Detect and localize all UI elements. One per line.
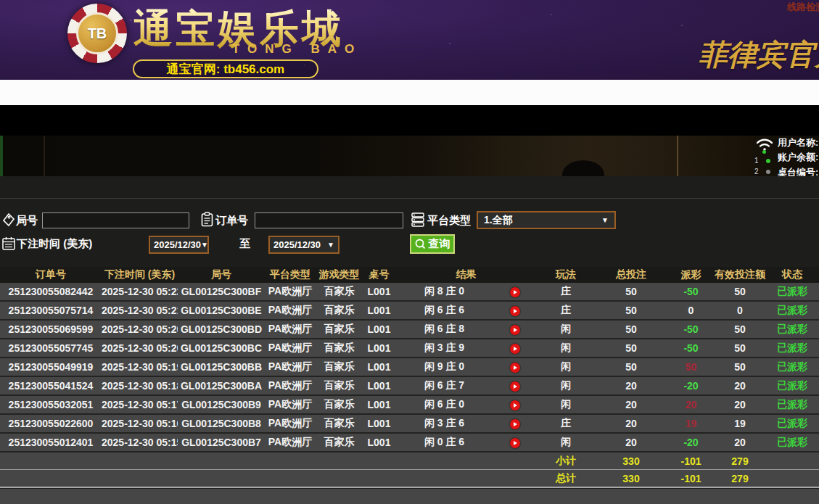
- col-result: 结果: [395, 267, 537, 283]
- cell-bet-time: 2025-12-30 05:16:51: [102, 414, 178, 433]
- cell-bet-time: 2025-12-30 05:22:06: [102, 283, 178, 301]
- cell-game-type: 百家乐: [316, 395, 363, 414]
- play-video-icon[interactable]: [510, 325, 520, 335]
- video-door-edge: [677, 136, 678, 176]
- cell-bet-time: 2025-12-30 05:19:19: [102, 358, 178, 376]
- cell-bet-time: 2025-12-30 05:21:31: [102, 301, 178, 320]
- cell-payout: 19: [667, 414, 715, 433]
- cell-result: 闲 3 庄 6: [395, 414, 493, 433]
- cell-table-no: L001: [363, 320, 395, 339]
- platform-type-select[interactable]: 1.全部 ▼: [477, 211, 616, 229]
- signal-status-dot: [762, 150, 766, 154]
- table-row: 251230055041524 2025-12-30 05:18:33 GL00…: [0, 376, 819, 395]
- cell-valid-bet: 20: [715, 433, 765, 452]
- cell-platform: PA欧洲厅: [265, 320, 316, 339]
- search-button[interactable]: 查询: [410, 234, 455, 254]
- wifi-signal-icon: [756, 138, 773, 151]
- cell-round-no: GL00125C300B9: [178, 395, 265, 414]
- date-from-select[interactable]: 2025/12/30 ▼: [149, 236, 209, 254]
- cell-round-no: GL00125C300BF: [178, 283, 265, 301]
- cell-total-bet: 20: [595, 414, 667, 433]
- cell-total-bet: 50: [595, 358, 667, 376]
- cell-bet-time: 2025-12-30 05:17:40: [102, 395, 178, 414]
- bet-table-body: 251230055082442 2025-12-30 05:22:06 GL00…: [0, 283, 819, 452]
- bet-history-table: 订单号 下注时间 (美东) 局号 平台类型 游戏类型 桌号 结果 玩法 总投注 …: [0, 267, 819, 488]
- round-number-input[interactable]: [42, 212, 189, 228]
- cell-result: 闲 9 庄 0: [395, 358, 493, 376]
- cell-payout: -20: [667, 376, 715, 395]
- cell-table-no: L001: [363, 283, 395, 301]
- cell-payout: 0: [667, 301, 715, 320]
- dealer-silhouette: [562, 160, 604, 176]
- cell-order-no: 251230055032051: [0, 395, 102, 414]
- cell-table-no: L001: [363, 358, 395, 376]
- cell-valid-bet: 0: [715, 301, 765, 320]
- table-row: 251230055049919 2025-12-30 05:19:19 GL00…: [0, 358, 819, 376]
- play-video-icon[interactable]: [510, 419, 520, 429]
- cell-video-replay: [493, 395, 537, 414]
- line-check-link[interactable]: 线路检测: [787, 1, 819, 14]
- date-to-select[interactable]: 2025/12/30 ▼: [268, 236, 339, 254]
- cell-game-type: 百家乐: [316, 414, 363, 433]
- play-video-icon[interactable]: [510, 363, 520, 373]
- cell-video-replay: [493, 376, 537, 395]
- cell-total-bet: 20: [595, 433, 667, 452]
- date-to-value: 2025/12/30: [273, 239, 321, 250]
- col-total-bet: 总投注: [595, 267, 667, 283]
- cell-table-no: L001: [363, 414, 395, 433]
- play-video-icon[interactable]: [510, 344, 520, 354]
- col-valid-bet: 有效投注额: [715, 267, 765, 283]
- cell-order-no: 251230055082442: [0, 283, 102, 301]
- cell-table-no: L001: [363, 376, 395, 395]
- cell-video-replay: [493, 358, 537, 376]
- date-to-label: 至: [239, 237, 250, 251]
- logo-initials: TB: [88, 25, 107, 42]
- play-video-icon[interactable]: [510, 287, 520, 297]
- cell-game-type: 百家乐: [316, 358, 363, 376]
- cell-table-no: L001: [363, 339, 395, 358]
- play-video-icon[interactable]: [510, 381, 520, 392]
- table-row: 251230055069599 2025-12-30 05:20:57 GL00…: [0, 320, 819, 339]
- cell-result: 闲 6 庄 6: [395, 301, 493, 320]
- play-video-icon[interactable]: [510, 306, 520, 316]
- col-table-no: 桌号: [363, 267, 395, 283]
- cell-platform: PA欧洲厅: [265, 433, 316, 452]
- clipboard-icon: [201, 212, 213, 226]
- table-row: 251230055022600 2025-12-30 05:16:51 GL00…: [0, 414, 819, 433]
- cell-game-type: 百家乐: [316, 320, 363, 339]
- cell-valid-bet: 50: [715, 320, 765, 339]
- col-play: 玩法: [537, 267, 595, 283]
- play-video-icon[interactable]: [510, 438, 520, 448]
- cell-total-bet: 50: [595, 339, 667, 358]
- cell-table-no: L001: [363, 395, 395, 414]
- line-number-1[interactable]: 1: [754, 157, 759, 165]
- official-site-badge[interactable]: 通宝官网: tb456.com: [133, 59, 318, 78]
- col-order-no: 订单号: [0, 267, 102, 283]
- subtotal-row: 小计 330 -101 279: [0, 452, 819, 470]
- calendar-icon: [2, 236, 15, 250]
- subtotal-label: 小计: [537, 452, 595, 470]
- col-round-no: 局号: [178, 267, 265, 283]
- site-title-english: TONG BAO: [232, 42, 362, 57]
- cell-status: 已派彩: [765, 414, 819, 433]
- cell-valid-bet: 20: [715, 376, 765, 395]
- live-video-strip[interactable]: 用户名称: 账户余额: 桌台编号: 1 2: [0, 136, 819, 176]
- username-label: 用户名称:: [778, 136, 818, 149]
- cell-play: 闲: [537, 339, 595, 358]
- cell-play: 闲: [537, 358, 595, 376]
- order-number-input[interactable]: [255, 212, 403, 228]
- line-number-2[interactable]: 2: [754, 168, 759, 175]
- cell-play: 庄: [537, 414, 595, 433]
- play-video-icon[interactable]: [510, 400, 520, 410]
- tag-icon: [3, 213, 15, 227]
- total-label: 总计: [537, 470, 595, 488]
- cell-play: 闲: [537, 320, 595, 339]
- search-icon: [415, 239, 426, 249]
- platform-type-label: 平台类型: [427, 214, 471, 228]
- cell-platform: PA欧洲厅: [265, 376, 316, 395]
- table-number-label: 桌台编号:: [778, 166, 818, 176]
- cell-video-replay: [493, 320, 537, 339]
- cell-video-replay: [493, 414, 537, 433]
- round-number-label: 局号: [16, 214, 38, 228]
- cell-order-no: 251230055041524: [0, 376, 102, 395]
